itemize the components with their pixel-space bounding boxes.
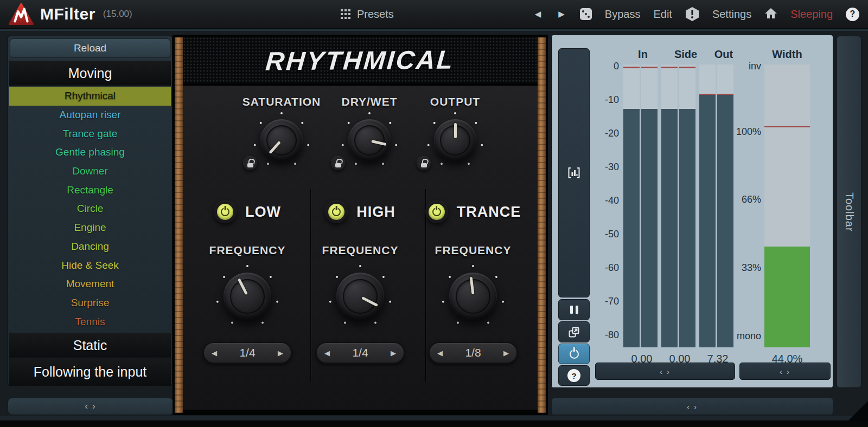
low-rate-selector[interactable]: ◀ 1/4 ▶ <box>203 342 292 364</box>
meter-bar-side-left[interactable] <box>661 64 678 347</box>
preset-browser-panel: Reload Moving Rhythmical Autopan riser T… <box>8 36 173 386</box>
meter-bar-in-left[interactable] <box>623 64 640 347</box>
rate-prev-arrow[interactable]: ◀ <box>437 349 443 357</box>
power-icon <box>328 204 344 220</box>
warning-icon[interactable] <box>685 7 699 22</box>
preset-item[interactable]: Autopan riser <box>9 106 171 125</box>
toolbar-collapsed-strip[interactable]: Toolbar <box>837 36 861 388</box>
high-power-button[interactable] <box>325 200 348 223</box>
preset-item[interactable]: Engine <box>9 218 171 237</box>
lock-icon[interactable] <box>243 156 257 170</box>
db-tick: -30 <box>588 161 619 173</box>
trance-rate-selector[interactable]: ◀ 1/8 ▶ <box>429 342 518 364</box>
db-tick: -60 <box>588 262 619 274</box>
meter-bar-side-right[interactable] <box>679 64 695 347</box>
meter-resize-handle[interactable]: ‹ › <box>595 363 735 380</box>
corner-resize-grip[interactable] <box>847 401 868 422</box>
preset-item[interactable]: Surprise <box>9 294 171 313</box>
low-power-button[interactable] <box>214 200 237 223</box>
presets-label: Presets <box>357 8 394 21</box>
preset-item[interactable]: Dancing <box>9 237 171 256</box>
pause-icon <box>570 306 578 314</box>
trance-power-button[interactable] <box>425 200 448 223</box>
output-knob[interactable] <box>434 119 476 161</box>
power-icon <box>570 350 579 359</box>
width-meter-resize-handle[interactable]: ‹ › <box>739 363 831 380</box>
help-icon[interactable]: ? <box>846 8 859 21</box>
high-frequency-knob[interactable] <box>336 273 384 320</box>
sleeping-status[interactable]: Sleeping <box>790 8 833 21</box>
preset-item[interactable]: Gentle phasing <box>9 143 171 162</box>
db-tick: -50 <box>588 229 619 240</box>
preset-panel-resize-handle[interactable]: ‹ › <box>8 398 174 415</box>
preset-item[interactable]: Hide & Seek <box>9 256 171 275</box>
rate-prev-arrow[interactable]: ◀ <box>324 349 330 357</box>
rate-next-arrow[interactable]: ▶ <box>503 349 509 357</box>
preset-group-following[interactable]: Following the input <box>9 358 171 385</box>
previous-preset-button[interactable]: ◀ <box>533 8 544 20</box>
saturation-knob[interactable] <box>260 119 303 161</box>
preset-item[interactable]: Circle <box>9 199 171 218</box>
device-face: RHYTHMICAL SATURATION DRY/WET <box>183 37 538 410</box>
preset-item[interactable]: Rhythmical <box>9 87 171 106</box>
random-preset-button[interactable] <box>580 8 592 20</box>
meter-column-label-side: Side <box>669 48 702 61</box>
trance-frequency-knob[interactable] <box>449 273 497 320</box>
rate-value[interactable]: 1/4 <box>239 346 255 359</box>
meter-bar-out-right[interactable] <box>717 64 733 347</box>
band-low: LOW FREQUENCY ◀ 1/4 ▶ <box>192 199 303 378</box>
rate-prev-arrow[interactable]: ◀ <box>212 349 217 357</box>
presets-button[interactable]: Presets <box>341 0 394 28</box>
band-name: LOW <box>245 204 281 221</box>
knob-label: OUTPUT <box>409 95 501 108</box>
lock-icon[interactable] <box>331 156 345 170</box>
app-version: (15.00) <box>103 9 132 20</box>
meter-mode-button[interactable] <box>558 48 590 297</box>
saturation-control: SATURATION <box>235 91 328 216</box>
preset-group-static[interactable]: Static <box>9 333 171 358</box>
width-tick: 100% <box>730 126 761 138</box>
preset-item[interactable]: Tennis <box>9 312 171 331</box>
rate-value[interactable]: 1/8 <box>465 346 481 359</box>
app-title: MFilter <box>40 5 95 23</box>
meter-column-label-in: In <box>627 48 659 61</box>
preset-item[interactable]: Trance gate <box>9 124 171 143</box>
next-preset-button[interactable]: ▶ <box>556 8 567 20</box>
band-trance: TRANCE FREQUENCY ◀ 1/8 ▶ <box>418 199 528 378</box>
melda-logo-icon[interactable] <box>9 3 34 25</box>
meter-pause-button[interactable] <box>558 299 590 320</box>
meter-help-button[interactable]: ? <box>558 365 590 386</box>
rate-value[interactable]: 1/4 <box>352 346 368 359</box>
db-tick: -70 <box>588 296 619 307</box>
knob-label: FREQUENCY <box>418 244 528 257</box>
rate-next-arrow[interactable]: ▶ <box>391 349 396 357</box>
high-rate-selector[interactable]: ◀ 1/4 ▶ <box>316 342 405 364</box>
preset-item[interactable]: Downer <box>9 162 171 181</box>
meter-popup-button[interactable] <box>558 321 590 342</box>
preset-list: Rhythmical Autopan riser Trance gate Gen… <box>8 86 172 332</box>
window-resize-handle[interactable]: ‹ › <box>551 398 833 415</box>
preset-item[interactable]: Rectangle <box>9 180 171 199</box>
meter-bar-out-left[interactable] <box>699 64 716 347</box>
drywet-knob[interactable] <box>348 119 391 161</box>
meter-bar-in-right[interactable] <box>641 64 658 347</box>
settings-button[interactable]: Settings <box>712 8 751 21</box>
width-tick: mono <box>730 331 761 342</box>
preset-item[interactable]: Movement <box>9 275 171 294</box>
device-header-grille: RHYTHMICAL <box>183 37 538 86</box>
edit-button[interactable]: Edit <box>653 8 672 21</box>
db-tick: -80 <box>588 329 619 341</box>
meter-bar-width[interactable] <box>764 64 810 347</box>
lock-icon[interactable] <box>417 156 431 170</box>
rate-next-arrow[interactable]: ▶ <box>278 349 283 357</box>
top-toolbar: MFilter (15.00) Presets ◀ ▶ Bypass Edit … <box>0 0 868 29</box>
power-icon <box>217 204 233 220</box>
db-tick: -40 <box>588 195 619 206</box>
toolbar-label: Toolbar <box>843 192 856 232</box>
reload-button[interactable]: Reload <box>10 38 170 58</box>
bypass-button[interactable]: Bypass <box>605 8 641 21</box>
home-icon[interactable] <box>764 7 777 21</box>
preset-group-moving[interactable]: Moving <box>9 61 171 86</box>
meter-power-button[interactable] <box>558 344 590 364</box>
low-frequency-knob[interactable] <box>224 273 271 320</box>
